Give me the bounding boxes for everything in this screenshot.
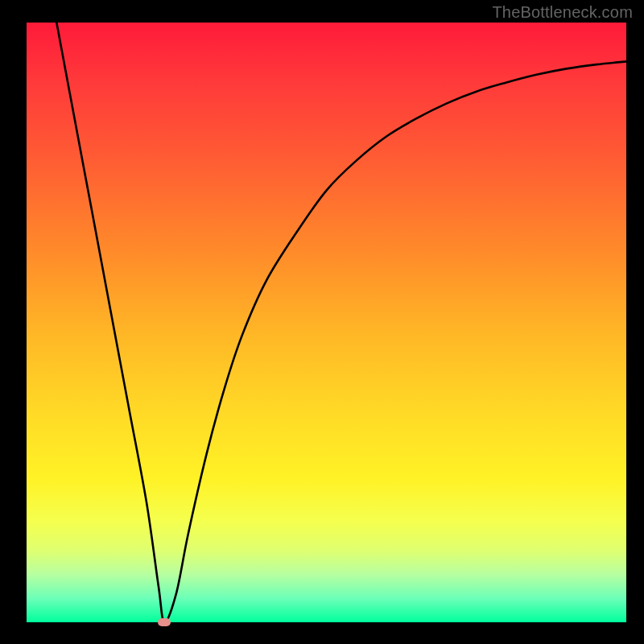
curve-path <box>56 23 626 622</box>
optimum-marker <box>158 618 171 626</box>
bottleneck-curve <box>27 23 626 622</box>
watermark-text: TheBottleneck.com <box>492 3 633 22</box>
plot-area <box>27 23 626 622</box>
chart-frame: TheBottleneck.com <box>0 0 644 644</box>
